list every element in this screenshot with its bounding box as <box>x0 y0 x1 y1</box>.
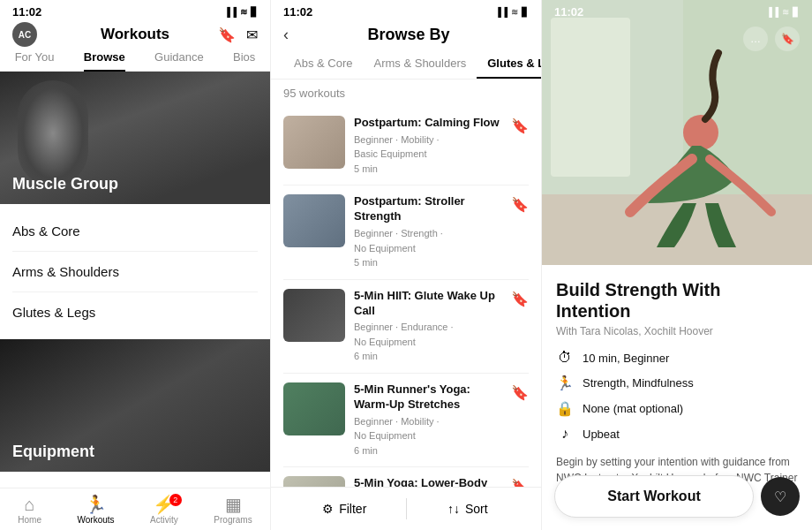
bottom-nav: ⌂ Home 🏃 Workouts ⚡ 2 Activity ▦ Program… <box>0 488 270 530</box>
browse-scroll: Muscle Group Abs & Core Arms & Shoulders… <box>0 72 270 488</box>
tab-arms-shoulders[interactable]: Arms & Shoulders <box>363 51 477 79</box>
muscle-list: Abs & Core Arms & Shoulders Glutes & Leg… <box>0 204 270 339</box>
equipment-icon: 🔒 <box>556 400 574 417</box>
workout-thumb <box>283 382 345 435</box>
heart-icon: ♡ <box>774 488 786 505</box>
header-actions: 🔖 ✉ <box>218 26 258 43</box>
svg-point-4 <box>683 115 718 150</box>
workout-thumb <box>283 194 345 247</box>
bookmark-icon[interactable]: 🔖 <box>511 291 529 307</box>
workout-item[interactable]: 5-Min Yoga: Lower-Body Favorites Beginne… <box>283 467 529 487</box>
detail-row-music: ♪ Upbeat <box>556 426 798 442</box>
workout-name: 5-Min Runner's Yoga: Warm-Up Stretches <box>354 382 502 413</box>
sort-button[interactable]: ↑↓ Sort <box>407 496 530 521</box>
workout-name: Postpartum: Calming Flow <box>354 116 502 131</box>
workout-detail-title: Build Strength With Intention <box>556 279 798 322</box>
status-bar-p3: 11:02 ▐▐≋▊ <box>542 0 812 22</box>
top-actions: … 🔖 <box>743 26 800 51</box>
workout-info: Postpartum: Calming Flow Beginner · Mobi… <box>354 116 502 176</box>
detail-row-duration: ⏱ 10 min, Beginner <box>556 350 798 366</box>
muscle-group-card[interactable]: Muscle Group <box>0 72 270 204</box>
bookmark-icon[interactable]: 🔖 <box>218 26 236 43</box>
message-icon[interactable]: ✉ <box>246 26 258 43</box>
hero-image: 11:02 ▐▐≋▊ … 🔖 <box>542 0 812 265</box>
activity-badge: 2 <box>169 494 182 506</box>
bookmark-icon[interactable]: 🔖 <box>511 384 529 401</box>
nav-workouts-label: Workouts <box>78 515 115 525</box>
detail-row-equipment: 🔒 None (mat optional) <box>556 400 798 417</box>
sort-label: Sort <box>465 502 488 516</box>
header-p2: ‹ Browse By <box>271 22 541 51</box>
list-item-glutes[interactable]: Glutes & Legs <box>12 292 258 332</box>
workout-list: Postpartum: Calming Flow Beginner · Mobi… <box>271 107 541 487</box>
tab-bios[interactable]: Bios <box>233 50 255 71</box>
equipment-card[interactable]: Equipment <box>0 339 270 472</box>
workout-meta: Beginner · Endurance · No Equipment 6 mi… <box>354 320 502 364</box>
category-filter-tabs: Abs & Core Arms & Shoulders Glutes & Leg… <box>271 51 541 80</box>
workout-info: 5-Min HIIT: Glute Wake Up Call Beginner … <box>354 289 502 364</box>
workout-item[interactable]: Postpartum: Stroller Strength Beginner ·… <box>283 186 529 279</box>
detail-equipment: None (mat optional) <box>583 402 683 415</box>
workout-item[interactable]: 5-Min Runner's Yoga: Warm-Up Stretches B… <box>283 374 529 467</box>
music-icon: ♪ <box>556 426 574 442</box>
status-time-p2: 11:02 <box>283 5 312 19</box>
programs-icon: ▦ <box>225 496 242 513</box>
status-time-p1: 11:02 <box>12 5 41 19</box>
nav-activity[interactable]: ⚡ 2 Activity <box>150 496 178 525</box>
panel-workout-detail: 11:02 ▐▐≋▊ … 🔖 <box>542 0 812 530</box>
workout-thumb <box>283 476 345 487</box>
page-title: Workouts <box>101 26 169 43</box>
workout-info: 5-Min Runner's Yoga: Warm-Up Stretches B… <box>354 382 502 458</box>
sort-icon: ↑↓ <box>447 502 460 516</box>
workout-item[interactable]: 5-Min HIIT: Glute Wake Up Call Beginner … <box>283 280 529 374</box>
equipment-label: Equipment <box>12 443 94 461</box>
workouts-icon: 🏃 <box>85 496 107 513</box>
nav-workouts[interactable]: 🏃 Workouts <box>78 496 115 525</box>
workout-trainer: With Tara Nicolas, Xochilt Hoover <box>556 325 798 337</box>
browse-by-title: Browse By <box>289 26 529 44</box>
tab-abs-core[interactable]: Abs & Core <box>283 51 363 79</box>
start-workout-button[interactable]: Start Workout <box>554 475 754 518</box>
status-time-p3: 11:02 <box>554 5 583 19</box>
workout-item[interactable]: Postpartum: Calming Flow Beginner · Mobi… <box>283 107 529 186</box>
detail-row-type: 🏃 Strength, Mindfulness <box>556 375 798 391</box>
more-options-button[interactable]: … <box>743 26 768 51</box>
workout-thumb <box>283 116 345 169</box>
list-item-abs[interactable]: Abs & Core <box>12 211 258 252</box>
detail-type: Strength, Mindfulness <box>583 376 694 390</box>
workout-name: 5-Min HIIT: Glute Wake Up Call <box>354 289 502 319</box>
detail-duration: 10 min, Beginner <box>583 352 669 365</box>
nav-programs-label: Programs <box>214 515 252 525</box>
nav-home[interactable]: ⌂ Home <box>18 496 41 525</box>
workout-meta: Beginner · Strength · No Equipment 5 min <box>354 226 502 270</box>
save-bookmark-button[interactable]: 🔖 <box>775 26 800 51</box>
tab-browse[interactable]: Browse <box>84 50 125 71</box>
bookmark-icon[interactable]: 🔖 <box>511 478 529 487</box>
status-bar-p2: 11:02 ▐▐≋▊ <box>271 0 541 22</box>
muscle-group-label: Muscle Group <box>12 175 118 193</box>
list-item-arms[interactable]: Arms & Shoulders <box>12 252 258 292</box>
workout-name: Postpartum: Stroller Strength <box>354 194 502 224</box>
workout-thumb <box>283 289 345 342</box>
status-icons-p3: ▐▐≋▊ <box>766 7 800 17</box>
filter-sort-bar: ⚙ Filter ↑↓ Sort <box>271 487 541 530</box>
avatar[interactable]: AC <box>12 22 37 47</box>
nav-home-label: Home <box>18 515 41 525</box>
workout-meta: Beginner · Mobility · Basic Equipment 5 … <box>354 132 502 177</box>
start-button-area: Start Workout ♡ <box>554 475 800 518</box>
status-icons-p2: ▐▐≋▊ <box>495 7 529 17</box>
workout-meta: Beginner · Mobility · No Equipment 6 min <box>354 414 502 458</box>
tab-glutes-legs[interactable]: Glutes & Legs <box>477 51 542 79</box>
svg-rect-2 <box>551 18 630 177</box>
nav-programs[interactable]: ▦ Programs <box>214 496 252 525</box>
detail-music: Upbeat <box>583 428 620 441</box>
bookmark-icon[interactable]: 🔖 <box>511 117 529 134</box>
tab-for-you[interactable]: For You <box>15 50 55 71</box>
bookmark-icon[interactable]: 🔖 <box>511 196 529 213</box>
clock-icon: ⏱ <box>556 350 574 366</box>
filter-button[interactable]: ⚙ Filter <box>283 496 406 521</box>
filter-label: Filter <box>339 502 366 516</box>
tab-guidance[interactable]: Guidance <box>154 50 204 71</box>
header-p1: AC Workouts 🔖 ✉ <box>0 22 270 43</box>
favorite-button[interactable]: ♡ <box>761 477 800 516</box>
